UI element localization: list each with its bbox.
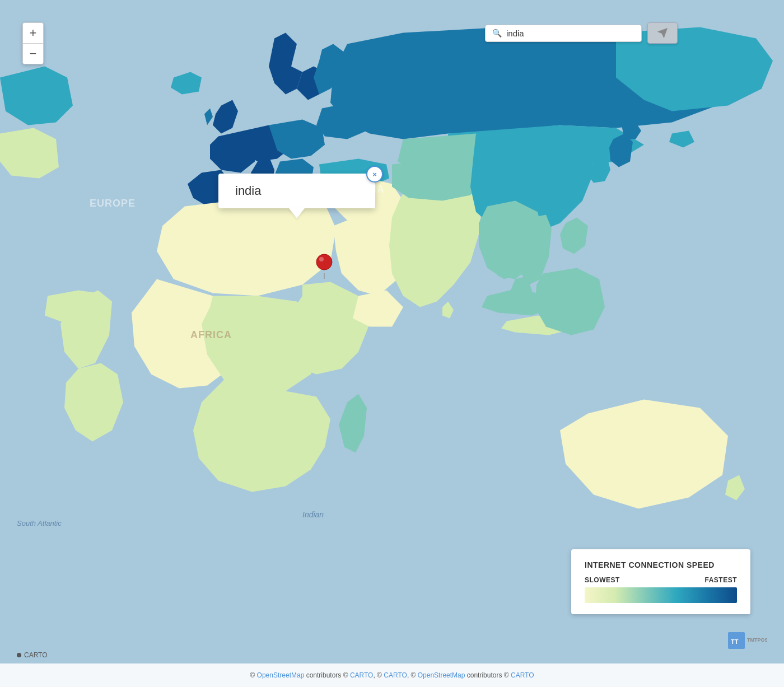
- carto-link-3[interactable]: CARTO: [511, 671, 534, 679]
- legend-fastest-label: FASTEST: [704, 576, 737, 584]
- search-go-button[interactable]: [647, 22, 678, 44]
- carto-link-1[interactable]: CARTO: [350, 671, 374, 679]
- osm-link-1[interactable]: OpenStreetMap: [257, 671, 305, 679]
- carto-link-2[interactable]: CARTO: [384, 671, 407, 679]
- svg-point-9: [316, 254, 332, 270]
- carto-text: CARTO: [24, 651, 48, 659]
- navigate-icon: [657, 27, 668, 39]
- pin-icon: [315, 252, 333, 279]
- zoom-in-button[interactable]: +: [23, 23, 43, 43]
- india-popup: × india: [218, 174, 375, 208]
- map-container: EUROPE AFRICA ASIA Indian South Atlantic…: [0, 0, 784, 687]
- legend-gradient: [585, 587, 737, 603]
- svg-text:TMTPOST: TMTPOST: [747, 637, 767, 643]
- map-pin: [315, 252, 333, 281]
- svg-point-10: [319, 257, 324, 261]
- attribution-bar: © OpenStreetMap contributors © CARTO, © …: [0, 663, 784, 687]
- svg-text:AFRICA: AFRICA: [190, 329, 232, 340]
- attribution-text: © OpenStreetMap contributors © CARTO, © …: [250, 671, 534, 679]
- svg-text:EUROPE: EUROPE: [90, 198, 136, 209]
- popup-close-button[interactable]: ×: [366, 166, 383, 183]
- legend-slowest-label: SLOWEST: [585, 576, 620, 584]
- search-bar: 🔍: [485, 22, 678, 44]
- svg-text:TT: TT: [731, 638, 739, 645]
- zoom-out-button[interactable]: −: [23, 44, 43, 64]
- tmtpost-logo: TT TMTPOST: [728, 629, 767, 653]
- search-icon: 🔍: [492, 29, 502, 38]
- carto-logo: CARTO: [17, 651, 48, 659]
- svg-text:South Atlantic: South Atlantic: [17, 519, 62, 527]
- carto-dot: [17, 653, 21, 657]
- tmtpost-icon: TT TMTPOST: [728, 629, 767, 652]
- osm-link-2[interactable]: OpenStreetMap: [418, 671, 465, 679]
- svg-marker-7: [658, 29, 668, 38]
- legend: INTERNET CONNECTION SPEED SLOWEST FASTES…: [571, 549, 750, 614]
- legend-title: INTERNET CONNECTION SPEED: [585, 560, 737, 569]
- svg-text:Indian: Indian: [302, 510, 324, 519]
- search-box: 🔍: [485, 25, 642, 42]
- legend-labels: SLOWEST FASTEST: [585, 576, 737, 584]
- zoom-controls: + −: [22, 22, 44, 64]
- popup-location-text: india: [235, 184, 261, 198]
- search-input[interactable]: [506, 29, 634, 38]
